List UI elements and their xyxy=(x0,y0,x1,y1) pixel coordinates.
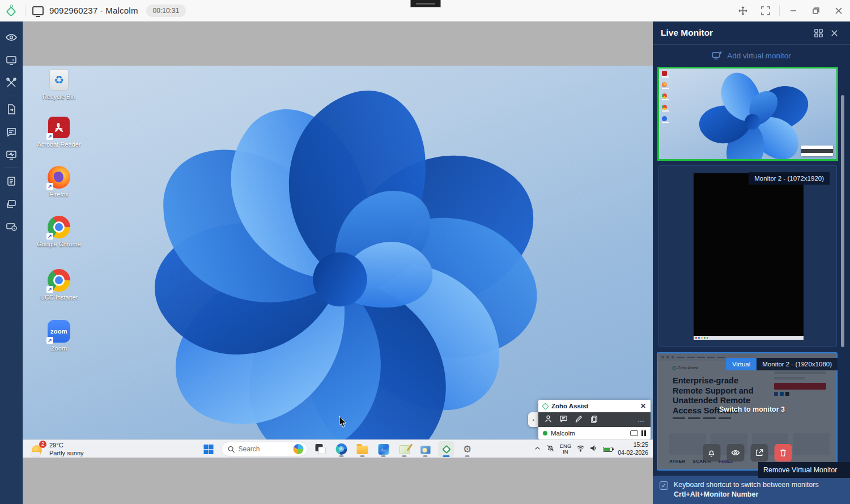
session-timer-badge: 00:10:31 xyxy=(146,5,186,17)
weather-icon: 2 xyxy=(31,442,45,457)
tools-icon[interactable] xyxy=(0,71,23,94)
tool-sidebar xyxy=(0,22,23,504)
view-eye-icon[interactable] xyxy=(0,26,23,49)
desktop-icon-ucc-instanet[interactable]: ↗ UCC Instanet xyxy=(27,268,91,302)
grid-view-icon[interactable] xyxy=(810,25,826,41)
monitor-2-thumbnail[interactable]: Monitor 2 - (1072x1920) xyxy=(658,165,837,347)
remove-virtual-monitor-button[interactable] xyxy=(774,444,792,462)
media-app-button[interactable] xyxy=(418,441,434,457)
wifi-icon[interactable] xyxy=(576,444,585,454)
speaker-icon[interactable] xyxy=(590,444,598,454)
chat-icon[interactable] xyxy=(559,415,568,425)
add-virtual-monitor-button[interactable]: Add virtual monitor xyxy=(653,45,850,66)
notify-bell-button[interactable] xyxy=(703,444,720,462)
shortcut-arrow-icon: ↗ xyxy=(46,183,53,190)
keyboard-shortcut-setting: ✓ Keyboard shortcut to switch between mo… xyxy=(653,476,850,504)
mouse-cursor xyxy=(339,416,347,430)
remove-virtual-monitor-tooltip: Remove Virtual Monitor xyxy=(758,462,850,478)
zoho-assist-widget: Zoho Assist ✕ … Malcolm xyxy=(538,400,651,439)
zoho-assist-window: 9092960237 - Malcolm 00:10:31 xyxy=(0,0,850,504)
monitor-1-thumbnail[interactable] xyxy=(657,67,838,161)
virtual-badge: Virtual xyxy=(726,358,756,370)
switch-monitor-tooltip: Switch to monitor 3 xyxy=(719,405,785,413)
clipboard-icon[interactable] xyxy=(590,415,598,425)
zoho-assist-icon xyxy=(442,445,451,454)
desktop-icon-recycle-bin[interactable]: ♻ Recycle Bin xyxy=(27,68,91,101)
restore-button[interactable] xyxy=(805,0,827,22)
panel-title: Live Monitor xyxy=(661,28,810,38)
gear-icon: ⚙ xyxy=(463,443,471,455)
tray-chevron-up-icon[interactable] xyxy=(534,444,541,454)
taskbar-search[interactable] xyxy=(222,442,308,456)
title-bar: 9092960237 - Malcolm 00:10:31 xyxy=(0,0,850,22)
file-explorer-button[interactable] xyxy=(355,441,371,457)
live-monitor-panel: Live Monitor Add virtual monitor xyxy=(653,22,850,504)
annotate-pen-icon[interactable] xyxy=(575,415,583,425)
session-info-icon[interactable] xyxy=(0,215,23,238)
windows-logo-icon xyxy=(203,445,213,454)
multi-monitor-icon[interactable] xyxy=(0,193,23,215)
virtual-monitor-thumbnail[interactable]: Zoho Assist Enterprise-grade Remote Supp… xyxy=(657,352,838,471)
notes-icon[interactable] xyxy=(0,170,23,193)
desktop-icon-acrobat[interactable]: ↗ Acrobat Reader xyxy=(27,116,91,149)
open-external-button[interactable] xyxy=(750,444,768,462)
shortcut-arrow-icon: ↗ xyxy=(46,286,53,293)
paint-button[interactable] xyxy=(397,441,413,457)
minimize-button[interactable] xyxy=(782,0,805,22)
remote-screen-icon[interactable] xyxy=(0,49,23,71)
fullscreen-icon[interactable] xyxy=(754,0,777,22)
participant-name: Malcolm xyxy=(551,430,627,437)
desktop-icon-chrome[interactable]: ↗ Google Chrome xyxy=(27,215,91,249)
zoho-assist-taskbar-button[interactable] xyxy=(439,441,454,457)
desktop-icon-firefox[interactable]: ↗ Firefox xyxy=(27,165,91,199)
divider xyxy=(779,5,780,16)
online-status-dot xyxy=(543,431,547,435)
weather-condition: Partly sunny xyxy=(49,450,84,458)
shortcut-arrow-icon: ↗ xyxy=(46,133,53,140)
paint-icon xyxy=(399,445,410,454)
notifications-off-icon[interactable] xyxy=(546,444,555,455)
thumbnail-widget xyxy=(801,146,833,156)
start-button[interactable] xyxy=(201,441,216,457)
monitor-2-label: Monitor 2 - (1072x1920) xyxy=(749,172,830,185)
tray-time: 15:25 xyxy=(618,441,648,449)
widget-collapse-tab[interactable]: › xyxy=(528,412,538,427)
taskbar-weather-widget[interactable]: 2 29°C Partly sunny xyxy=(31,442,84,458)
close-button[interactable] xyxy=(827,0,850,22)
shortcut-checkbox[interactable]: ✓ xyxy=(660,481,668,490)
widget-close-icon[interactable]: ✕ xyxy=(640,402,646,410)
weather-alert-badge: 2 xyxy=(39,441,46,448)
chat-icon[interactable] xyxy=(0,121,23,143)
folder-icon xyxy=(357,446,368,454)
search-icon xyxy=(228,446,235,453)
photos-icon xyxy=(378,444,389,455)
edge-taskbar-button[interactable] xyxy=(334,441,350,457)
view-monitor-button[interactable] xyxy=(726,444,744,462)
more-options-icon[interactable]: … xyxy=(638,416,645,424)
task-view-button[interactable] xyxy=(313,441,329,457)
file-transfer-icon[interactable] xyxy=(0,98,23,121)
windows-taskbar: 2 29°C Partly sunny xyxy=(23,439,653,458)
diagnostics-icon[interactable] xyxy=(0,143,23,166)
pan-icon[interactable] xyxy=(732,0,754,22)
panel-scrollbar[interactable] xyxy=(841,95,844,347)
language-indicator[interactable]: ENG IN xyxy=(560,443,572,455)
widget-title: Zoho Assist xyxy=(551,403,637,409)
screen-share-icon[interactable] xyxy=(630,430,638,436)
panel-close-icon[interactable] xyxy=(826,25,842,41)
toolbar-drag-handle[interactable] xyxy=(410,0,441,7)
search-input[interactable] xyxy=(239,445,290,453)
edge-icon xyxy=(336,443,347,455)
thumbnail-desktop-icons xyxy=(662,71,669,123)
battery-icon[interactable] xyxy=(603,447,613,452)
pause-icon[interactable] xyxy=(641,430,646,436)
desktop-icon-zoom[interactable]: zoom↗ Zoom xyxy=(27,319,91,353)
settings-button[interactable]: ⚙ xyxy=(460,441,475,457)
shortcut-text: Keyboard shortcut to switch between moni… xyxy=(674,481,819,489)
tray-clock[interactable]: 15:25 04-02-2026 xyxy=(618,441,648,456)
photos-button[interactable] xyxy=(376,441,392,457)
remote-viewport-backdrop: ♻ Recycle Bin ↗ Acrobat Reader ↗ Firefox… xyxy=(23,22,653,504)
shortcut-arrow-icon: ↗ xyxy=(46,233,53,240)
remote-desktop-screen[interactable]: ♻ Recycle Bin ↗ Acrobat Reader ↗ Firefox… xyxy=(23,66,653,458)
participants-icon[interactable] xyxy=(544,415,552,425)
